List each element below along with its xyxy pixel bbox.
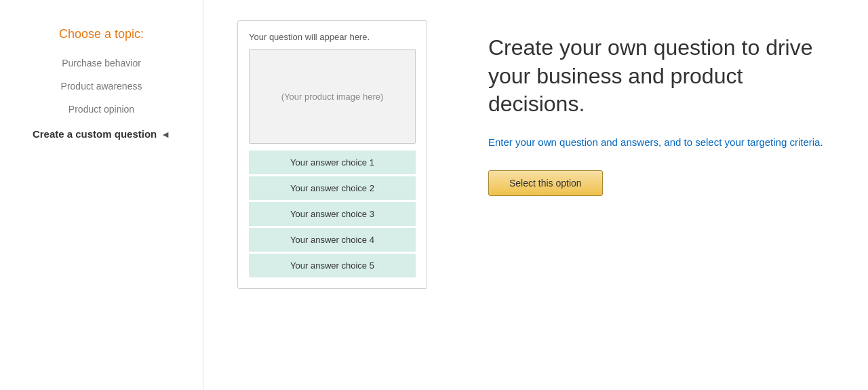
- preview-card: Your question will appear here. (Your pr…: [237, 20, 427, 289]
- answer-choice-5[interactable]: Your answer choice 5: [249, 254, 416, 277]
- sidebar-item-custom-question[interactable]: Create a custom question ◄: [33, 128, 170, 140]
- info-panel: Create your own question to drive your b…: [461, 0, 868, 390]
- preview-panel: Your question will appear here. (Your pr…: [203, 0, 461, 390]
- answer-choices-list: Your answer choice 1 Your answer choice …: [249, 151, 416, 277]
- question-placeholder: Your question will appear here.: [249, 32, 416, 42]
- answer-choice-2[interactable]: Your answer choice 2: [249, 176, 416, 200]
- sidebar-item-product-opinion[interactable]: Product opinion: [68, 101, 134, 117]
- sidebar-item-product-awareness[interactable]: Product awareness: [61, 78, 142, 94]
- select-option-button[interactable]: Select this option: [488, 170, 603, 196]
- info-subtext: Enter your own question and answers, and…: [488, 135, 841, 151]
- answer-choice-1[interactable]: Your answer choice 1: [249, 151, 416, 174]
- sidebar-title: Choose a topic:: [59, 27, 144, 41]
- product-image-placeholder-text: (Your product image here): [281, 92, 384, 102]
- answer-choice-4[interactable]: Your answer choice 4: [249, 228, 416, 252]
- arrow-icon: ◄: [161, 129, 170, 140]
- sidebar: Choose a topic: Purchase behavior Produc…: [0, 0, 203, 390]
- sidebar-item-custom-question-label: Create a custom question: [33, 128, 157, 140]
- product-image-box: (Your product image here): [249, 49, 416, 144]
- sidebar-item-purchase-behavior[interactable]: Purchase behavior: [62, 55, 141, 71]
- answer-choice-3[interactable]: Your answer choice 3: [249, 202, 416, 226]
- info-heading: Create your own question to drive your b…: [488, 34, 841, 119]
